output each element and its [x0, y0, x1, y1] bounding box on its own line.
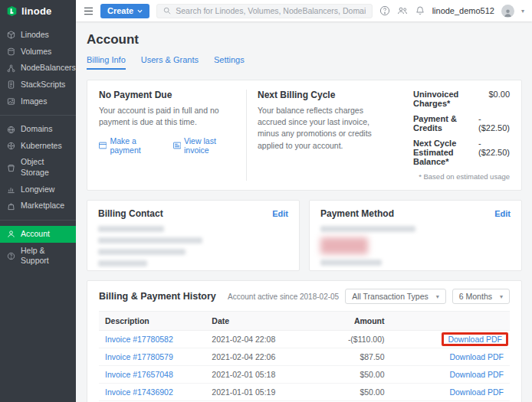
next-billing-cycle-title: Next Billing Cycle	[258, 90, 386, 100]
invoice-link[interactable]: Invoice #17780582	[105, 335, 173, 344]
make-payment-link[interactable]: Make a payment	[99, 136, 162, 155]
shopping-bag-icon	[7, 202, 15, 211]
payment-links: Make a payment View last invoice	[99, 136, 235, 155]
tab-settings[interactable]: Settings	[214, 55, 245, 70]
payment-credits-value: -($22.50)	[478, 114, 510, 132]
sidebar-item-label: Domains	[21, 124, 52, 135]
invoice-date: 2021-02-04 22:08	[205, 331, 320, 348]
avatar[interactable]	[501, 5, 514, 18]
notifications-bell-icon[interactable]	[415, 5, 425, 16]
transaction-type-value: All Transaction Types	[352, 292, 429, 301]
table-row: Invoice #17780579 2021-02-04 22:06 $87.5…	[99, 348, 510, 366]
download-pdf-link[interactable]: Download PDF	[448, 335, 502, 344]
chevron-down-icon	[137, 9, 143, 13]
invoice-link[interactable]: Invoice #17780579	[105, 352, 173, 361]
billing-history-table: Description Date Amount Invoice #1778058…	[99, 311, 510, 402]
logo-text: linode	[21, 5, 51, 17]
edit-billing-contact-link[interactable]: Edit	[272, 209, 288, 218]
redacted-contact-line	[98, 260, 147, 266]
sidebar-item-kubernetes[interactable]: Kubernetes	[0, 138, 76, 155]
sidebar-item-domains[interactable]: Domains	[0, 121, 76, 138]
estimated-balance-value: -($22.50)	[478, 139, 510, 166]
sidebar-divider	[0, 115, 76, 116]
invoice-amount: $87.50	[320, 348, 390, 366]
sidebar-item-label: Linodes	[21, 30, 49, 41]
topbar-right: linode_demo512 ▾	[379, 5, 524, 18]
menu-icon[interactable]	[84, 7, 94, 15]
view-last-invoice-link[interactable]: View last invoice	[173, 136, 235, 155]
sidebar-item-label: Help & Support	[21, 246, 69, 266]
wheel-icon	[7, 142, 15, 150]
create-button-label: Create	[107, 6, 133, 15]
no-payment-due-body: Your account is paid in full and no paym…	[99, 105, 235, 128]
chevron-down-icon: ▾	[436, 293, 439, 300]
invoice-icon	[173, 142, 181, 149]
credit-card-icon	[99, 142, 107, 149]
billing-contact-title: Billing Contact	[98, 208, 163, 219]
download-pdf-link[interactable]: Download PDF	[449, 387, 504, 397]
account-page: Account Billing Info Users & Grants Sett…	[76, 21, 532, 402]
sidebar-item-longview[interactable]: Longview	[0, 181, 76, 198]
invoice-amount: -($110.00)	[320, 331, 390, 348]
invoice-link[interactable]: Invoice #17657048	[105, 370, 173, 379]
search-input[interactable]	[176, 6, 365, 15]
transaction-type-select[interactable]: All Transaction Types ▾	[345, 289, 446, 304]
chevron-down-icon[interactable]: ▾	[521, 8, 524, 15]
billing-history-header: Billing & Payment History Account active…	[99, 289, 510, 304]
uninvoiced-charges-row: Uninvoiced Charges* $0.00	[413, 90, 510, 108]
sidebar-item-stackscripts[interactable]: StackScripts	[0, 77, 76, 93]
sidebar-item-label: Images	[21, 96, 47, 107]
person-icon	[503, 8, 513, 18]
download-pdf-link[interactable]: Download PDF	[449, 352, 504, 361]
username[interactable]: linode_demo512	[432, 6, 494, 15]
invoice-date: 2021-02-04 22:06	[205, 348, 320, 366]
tab-bar: Billing Info Users & Grants Settings	[87, 55, 522, 70]
table-row: Invoice #17780582 2021-02-04 22:08 -($11…	[99, 331, 510, 348]
sidebar-item-volumes[interactable]: Volumes	[0, 44, 76, 60]
linode-logo[interactable]: linode	[0, 0, 76, 21]
date-range-value: 6 Months	[459, 292, 492, 301]
chart-icon	[7, 185, 15, 194]
highlight-annotation: Download PDF	[442, 332, 508, 346]
search-bar[interactable]	[156, 4, 372, 18]
no-payment-due-section: No Payment Due Your account is paid in f…	[99, 90, 246, 181]
payment-credits-row: Payment & Credits -($22.50)	[413, 114, 510, 132]
sidebar-item-linodes[interactable]: Linodes	[0, 27, 76, 44]
sidebar-item-help-support[interactable]: Help & Support	[0, 243, 76, 270]
sidebar-item-account[interactable]: Account	[0, 226, 76, 243]
sidebar-item-object-storage[interactable]: Object Storage	[0, 154, 76, 181]
account-active-since: Account active since 2018-02-05	[228, 293, 339, 301]
sidebar-nav: Linodes Volumes NodeBalancers StackScrip…	[0, 21, 76, 270]
make-payment-label: Make a payment	[110, 136, 161, 155]
invoice-link[interactable]: Invoice #17436902	[105, 387, 173, 397]
redacted-contact-line	[98, 226, 164, 232]
search-icon	[163, 7, 171, 15]
col-actions	[391, 312, 510, 331]
sidebar-item-nodebalancers[interactable]: NodeBalancers	[0, 60, 76, 77]
download-pdf-link[interactable]: Download PDF	[449, 370, 504, 379]
view-last-invoice-label: View last invoice	[184, 136, 235, 155]
tab-users-grants[interactable]: Users & Grants	[141, 55, 199, 70]
sidebar-item-label: Volumes	[21, 47, 51, 57]
sidebar-item-label: Object Storage	[21, 157, 69, 178]
estimated-balance-row: Next Cycle Estimated Balance* -($22.50)	[413, 139, 510, 166]
sidebar-divider	[0, 220, 76, 221]
community-icon[interactable]	[397, 5, 408, 16]
table-header-row: Description Date Amount	[99, 312, 510, 331]
date-range-select[interactable]: 6 Months ▾	[452, 289, 510, 304]
invoice-date: 2021-01-01 05:19	[205, 384, 320, 401]
sidebar-item-marketplace[interactable]: Marketplace	[0, 198, 76, 214]
help-icon[interactable]	[379, 5, 390, 16]
tab-billing-info[interactable]: Billing Info	[87, 55, 126, 70]
redacted-contact-line	[98, 237, 202, 243]
create-button[interactable]: Create	[100, 4, 149, 18]
person-icon	[7, 230, 15, 238]
estimated-balance-label: Next Cycle Estimated Balance*	[413, 139, 478, 166]
billing-contact-card: Billing Contact Edit	[87, 200, 300, 271]
edit-payment-method-link[interactable]: Edit	[494, 209, 511, 218]
script-icon	[7, 80, 15, 89]
sidebar-item-images[interactable]: Images	[0, 93, 76, 110]
redacted-payment-line	[320, 260, 382, 266]
sidebar-item-label: Account	[21, 229, 50, 240]
uninvoiced-charges-value: $0.00	[488, 90, 510, 108]
